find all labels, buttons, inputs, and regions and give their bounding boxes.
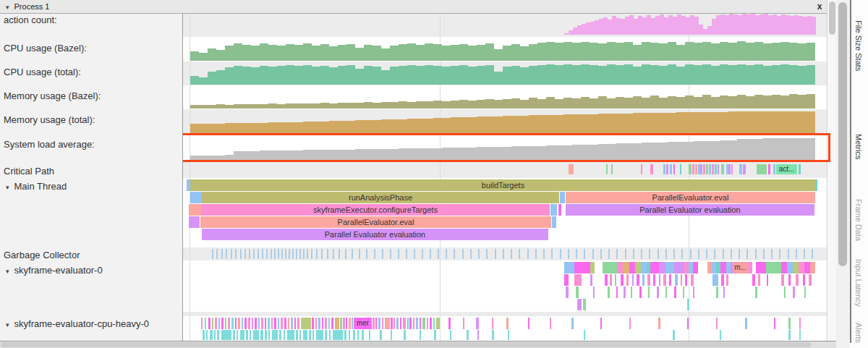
flame-block[interactable]: [299, 330, 301, 340]
metric-track-band[interactable]: [183, 61, 827, 85]
flame-bar[interactable]: [190, 192, 202, 203]
gc-event-tick[interactable]: [576, 249, 577, 259]
flame-block[interactable]: [274, 318, 276, 329]
gc-event-tick[interactable]: [649, 249, 650, 259]
flame-bar[interactable]: runAnalysisPhase: [202, 192, 559, 203]
flame-block[interactable]: [436, 318, 440, 329]
flame-block[interactable]: [268, 318, 270, 329]
flame-block[interactable]: [574, 274, 582, 286]
gc-event-tick[interactable]: [303, 249, 305, 259]
flame-block[interactable]: [430, 318, 432, 329]
flame-block[interactable]: [766, 262, 772, 273]
flame-block[interactable]: [624, 287, 626, 298]
flame-block[interactable]: [420, 318, 421, 329]
gc-event-tick[interactable]: [470, 249, 472, 259]
flame-block[interactable]: [685, 274, 687, 286]
gc-event-tick[interactable]: [345, 249, 346, 259]
flame-block[interactable]: [675, 274, 678, 286]
flame-block[interactable]: [309, 330, 311, 340]
gc-event-tick[interactable]: [462, 249, 464, 259]
flame-block[interactable]: [528, 318, 529, 329]
flame-block[interactable]: [255, 318, 257, 329]
gc-event-tick[interactable]: [568, 249, 569, 259]
flame-block[interactable]: [658, 318, 660, 329]
flame-block[interactable]: [629, 262, 635, 273]
flame-block[interactable]: [413, 318, 414, 329]
flame-block[interactable]: [726, 274, 728, 286]
gc-event-tick[interactable]: [253, 249, 255, 259]
flame-block[interactable]: [433, 318, 435, 329]
process-header[interactable]: ▾Process 1 x: [0, 0, 827, 14]
critical-path-slice[interactable]: [703, 164, 705, 174]
flame-block[interactable]: [657, 287, 659, 298]
flame-block[interactable]: [610, 274, 612, 286]
critical-path-slice[interactable]: [721, 164, 724, 174]
flame-block[interactable]: [284, 330, 285, 340]
flame-block[interactable]: [550, 318, 551, 329]
gc-event-tick[interactable]: [249, 249, 250, 259]
flame-block[interactable]: [258, 318, 260, 329]
flame-block[interactable]: [693, 287, 694, 298]
gc-event-tick[interactable]: [274, 249, 276, 259]
gc-event-tick[interactable]: [592, 249, 594, 259]
gc-event-tick[interactable]: [527, 249, 529, 259]
gc-event-tick[interactable]: [454, 249, 455, 259]
flame-block[interactable]: [663, 274, 666, 286]
gc-event-tick[interactable]: [271, 249, 272, 259]
flame-block[interactable]: [205, 318, 206, 329]
flame-bar[interactable]: [189, 204, 201, 216]
flame-block[interactable]: [632, 274, 634, 286]
flame-block[interactable]: [385, 318, 390, 329]
gc-event-tick[interactable]: [503, 249, 504, 259]
skyframe-evaluator-0-label[interactable]: ▾skyframe-evaluator-0: [6, 265, 103, 276]
flame-block[interactable]: [396, 318, 399, 329]
gc-event-tick[interactable]: [763, 249, 765, 259]
gc-event-tick[interactable]: [495, 249, 496, 259]
collapse-arrow-icon[interactable]: ▾: [6, 268, 9, 275]
gc-event-tick[interactable]: [231, 249, 232, 259]
gc-event-tick[interactable]: [511, 249, 512, 259]
gc-event-tick[interactable]: [258, 249, 259, 259]
flame-block[interactable]: [788, 330, 791, 340]
gc-event-tick[interactable]: [478, 249, 480, 259]
page-vertical-scrollbar-thumb[interactable]: [838, 2, 847, 266]
gc-event-tick[interactable]: [746, 249, 748, 259]
gc-event-tick[interactable]: [422, 249, 423, 259]
gc-event-tick[interactable]: [221, 249, 223, 259]
flame-block[interactable]: [344, 330, 346, 340]
flame-block[interactable]: [206, 330, 208, 340]
gc-event-tick[interactable]: [600, 249, 602, 259]
critical-path-slice[interactable]: act...: [776, 164, 797, 174]
gc-event-tick[interactable]: [812, 249, 813, 259]
gc-event-tick[interactable]: [438, 249, 439, 259]
gc-event-tick[interactable]: [414, 249, 415, 259]
flame-bar[interactable]: ParallelEvaluator.eval: [200, 216, 551, 228]
gc-event-tick[interactable]: [739, 249, 740, 259]
gc-event-tick[interactable]: [307, 249, 308, 259]
gc-event-tick[interactable]: [289, 249, 290, 259]
flame-block[interactable]: [590, 262, 595, 273]
flame-block[interactable]: [328, 318, 330, 329]
flame-block[interactable]: [793, 287, 795, 298]
flame-block[interactable]: [566, 287, 569, 298]
flame-block[interactable]: [608, 287, 610, 298]
flame-block[interactable]: [208, 318, 210, 329]
gc-event-tick[interactable]: [551, 249, 553, 259]
flame-bar[interactable]: skyframeExecutor.configureTargets: [201, 204, 550, 216]
flame-block[interactable]: [577, 299, 582, 310]
flame-block[interactable]: [590, 274, 592, 286]
gc-event-tick[interactable]: [278, 249, 279, 259]
flame-block[interactable]: [416, 318, 418, 329]
gc-event-tick[interactable]: [292, 249, 294, 259]
flame-block[interactable]: [261, 318, 263, 329]
gc-event-tick[interactable]: [698, 249, 699, 259]
gc-event-tick[interactable]: [281, 249, 283, 259]
flame-block[interactable]: [312, 330, 314, 340]
flame-block[interactable]: [352, 318, 353, 329]
flame-block[interactable]: [787, 262, 793, 273]
flame-block[interactable]: [693, 262, 698, 273]
flame-block[interactable]: [325, 330, 327, 340]
panel-vertical-scrollbar-thumb[interactable]: [829, 1, 835, 35]
flame-block[interactable]: [238, 318, 240, 329]
flame-block[interactable]: [647, 274, 650, 286]
